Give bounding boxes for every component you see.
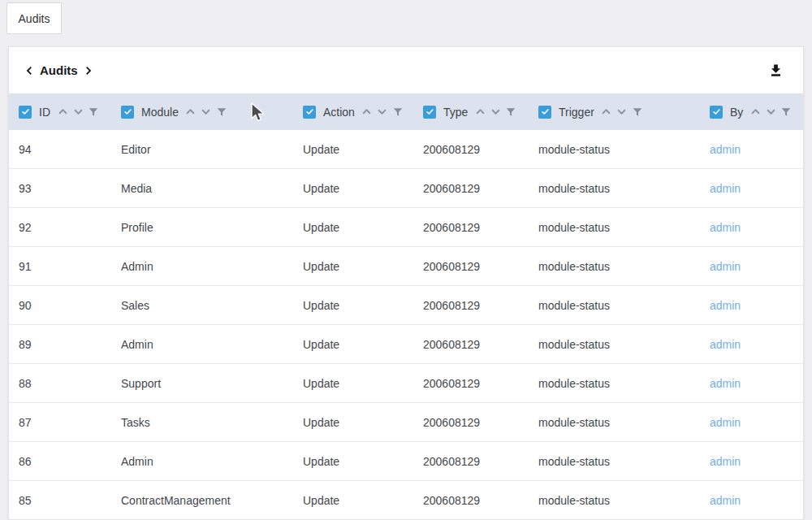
sort-up-icon[interactable] (184, 106, 197, 119)
column-label: Type (443, 106, 468, 119)
column-header-trigger: Trigger (538, 106, 710, 119)
filter-funnel-icon[interactable] (631, 106, 644, 119)
sort-up-icon[interactable] (473, 106, 486, 119)
cell-type: 200608129 (423, 338, 538, 351)
page: { "tab": { "label": "Audits" }, "card": … (0, 0, 812, 520)
checkbox-checked-icon[interactable] (121, 106, 134, 119)
sort-down-icon[interactable] (489, 106, 502, 119)
cell-type: 200608129 (423, 299, 538, 312)
by-user-link[interactable]: admin (710, 221, 741, 234)
column-label: Action (323, 106, 355, 119)
cell-action: Update (303, 260, 423, 273)
table-row: 85 ContractManagement Update 200608129 m… (9, 481, 803, 520)
cell-by: admin (710, 494, 803, 507)
cell-action: Update (303, 221, 423, 234)
download-icon[interactable] (766, 61, 785, 80)
column-header-type: Type (423, 106, 538, 119)
cell-type: 200608129 (423, 260, 538, 273)
cell-trigger: module-status (538, 299, 710, 312)
cell-trigger: module-status (538, 338, 710, 351)
cell-type: 200608129 (423, 377, 538, 390)
table-row: 89 Admin Update 200608129 module-status … (9, 325, 803, 364)
cell-type: 200608129 (423, 494, 538, 507)
by-user-link[interactable]: admin (710, 299, 741, 312)
checkbox-checked-icon[interactable] (423, 106, 436, 119)
table-row: 92 Profile Update 200608129 module-statu… (9, 208, 803, 247)
cell-by: admin (710, 416, 803, 429)
by-user-link[interactable]: admin (710, 416, 741, 429)
column-header-by: By (710, 106, 803, 119)
column-label: Trigger (559, 106, 594, 119)
cell-id: 91 (19, 260, 121, 273)
cell-action: Update (303, 143, 423, 156)
filter-funnel-icon[interactable] (504, 106, 517, 119)
cell-id: 93 (19, 182, 121, 195)
cell-module: Tasks (121, 416, 303, 429)
by-user-link[interactable]: admin (710, 338, 741, 351)
cell-trigger: module-status (538, 182, 710, 195)
sort-up-icon[interactable] (56, 106, 69, 119)
by-user-link[interactable]: admin (710, 260, 741, 273)
cell-module: ContractManagement (121, 494, 303, 507)
cell-module: Support (121, 377, 303, 390)
by-user-link[interactable]: admin (710, 143, 741, 156)
filter-funnel-icon[interactable] (87, 106, 100, 119)
filter-funnel-icon[interactable] (391, 106, 404, 119)
sort-down-icon[interactable] (200, 106, 213, 119)
cell-action: Update (303, 455, 423, 468)
cell-module: Profile (121, 221, 303, 234)
chevron-left-icon[interactable] (22, 63, 37, 78)
table-row: 93 Media Update 200608129 module-status … (9, 169, 803, 208)
by-user-link[interactable]: admin (710, 455, 741, 468)
by-user-link[interactable]: admin (710, 494, 741, 507)
page-title: Audits (37, 63, 80, 77)
cell-trigger: module-status (538, 221, 710, 234)
checkbox-checked-icon[interactable] (710, 106, 723, 119)
checkbox-checked-icon[interactable] (538, 106, 551, 119)
table-row: 88 Support Update 200608129 module-statu… (9, 364, 803, 403)
filter-funnel-icon[interactable] (780, 106, 793, 119)
sort-down-icon[interactable] (615, 106, 628, 119)
cell-trigger: module-status (538, 416, 710, 429)
sort-up-icon[interactable] (749, 106, 762, 119)
table-row: 86 Admin Update 200608129 module-status … (9, 442, 803, 481)
column-label: ID (39, 106, 50, 119)
title-group: Audits (22, 63, 96, 78)
cell-action: Update (303, 494, 423, 507)
sort-down-icon[interactable] (71, 106, 84, 119)
chevron-right-icon[interactable] (81, 63, 96, 78)
sort-up-icon[interactable] (361, 106, 374, 119)
table-row: 90 Sales Update 200608129 module-status … (9, 286, 803, 325)
cell-trigger: module-status (538, 143, 710, 156)
sort-down-icon[interactable] (376, 106, 389, 119)
tab-audits[interactable]: Audits (6, 2, 62, 34)
cell-by: admin (710, 182, 803, 195)
cell-by: admin (710, 377, 803, 390)
sort-down-icon[interactable] (764, 106, 777, 119)
cell-by: admin (710, 299, 803, 312)
cell-module: Media (121, 182, 303, 195)
sort-up-icon[interactable] (600, 106, 613, 119)
table-header-row: ID Module Action Type Tr (9, 93, 803, 130)
cell-id: 89 (19, 338, 121, 351)
checkbox-checked-icon[interactable] (19, 106, 32, 119)
cell-by: admin (710, 260, 803, 273)
by-user-link[interactable]: admin (710, 182, 741, 195)
cell-action: Update (303, 182, 423, 195)
cell-module: Editor (121, 143, 303, 156)
cell-action: Update (303, 338, 423, 351)
cell-trigger: module-status (538, 260, 710, 273)
by-user-link[interactable]: admin (710, 377, 741, 390)
cell-action: Update (303, 377, 423, 390)
cell-by: admin (710, 143, 803, 156)
cell-module: Sales (121, 299, 303, 312)
cell-type: 200608129 (423, 455, 538, 468)
table-row: 91 Admin Update 200608129 module-status … (9, 247, 803, 286)
cell-id: 88 (19, 377, 121, 390)
cell-type: 200608129 (423, 221, 538, 234)
cell-trigger: module-status (538, 494, 710, 507)
checkbox-checked-icon[interactable] (303, 106, 316, 119)
cell-action: Update (303, 299, 423, 312)
filter-funnel-icon[interactable] (215, 106, 228, 119)
card-titlebar: Audits (9, 47, 803, 93)
